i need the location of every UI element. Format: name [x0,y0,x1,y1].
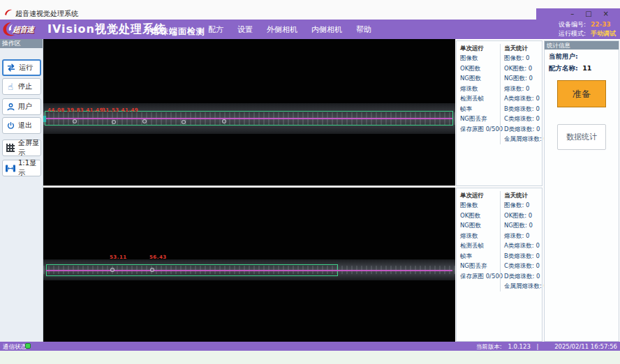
measurement-annotation: 56.43 [149,255,167,260]
today-stats-column: 当天统计 图像数: 0OK图数: 0NG图数: 0熔珠数: 0A类熔珠数: 0B… [500,191,542,291]
stat-row: 熔珠数: 0 [504,84,542,94]
bead-marker [110,268,115,272]
stat-row: 检测丢帧 [460,93,499,104]
prepare-button[interactable]: 准备 [557,80,606,107]
user-button[interactable]: 用户 [2,98,41,115]
stat-row: B类熔珠数: 0 [504,251,542,261]
user-button-label: 用户 [18,102,32,112]
device-number-label: 设备编号: [559,21,586,28]
seam-centerline [45,118,452,119]
stat-row: NG图丢弃 [460,114,499,124]
stat-row: B类熔珠数: 0 [504,104,542,114]
stat-row: A类熔珠数: 0 [504,241,542,251]
stat-row: 保存原图 0/500 [460,271,499,282]
stat-row: NG图数: 0 [504,220,542,231]
logo-text: 超音速 [13,24,34,35]
bead-marker [112,120,116,124]
sync-icon [6,63,17,73]
stat-row: C类熔珠数: 0 [504,261,542,271]
close-button[interactable]: × [603,8,609,20]
device-number-value: 22-33 [591,21,611,28]
menu-item[interactable]: 内侧相机 [311,24,342,35]
minimize-button[interactable]: – [570,8,574,20]
stat-row: 图像数 [460,200,499,211]
window-title: 超音速视觉处理系统 [15,9,78,19]
bead-marker [222,119,226,123]
stat-row: OK图数: 0 [504,63,542,74]
current-user-label: 当前用户: [549,52,578,60]
sidebar-title: 操作区 [0,39,43,48]
maximize-button[interactable]: □ [585,8,591,20]
bead-marker [142,119,147,123]
outer-camera-image-panel: 44.08 39.83 41.49 31.53 41.49 [43,39,455,186]
stop-button-label: 停止 [18,82,32,91]
app-title: IVision视觉处理系统 [47,22,166,37]
window-controls: – □ × [536,8,620,20]
menu-bar: 配方 设置 外侧相机 内侧相机 帮助 [208,20,371,39]
recipe-name-row: 配方名称: 11 [545,61,619,73]
recipe-name-value: 11 [582,64,591,72]
stat-row: C类熔珠数: 0 [504,114,542,124]
fullscreen-button-label: 全屏显示 [18,138,40,158]
single-run-column: 单次运行 图像数OK图数NG图数熔珠数检测丢帧帧率NG图丢弃保存原图 0/500 [460,44,499,134]
single-run-title: 单次运行 [460,191,499,200]
app-header: 超音速 IVision视觉处理系统 熔珠端面检测 配方 设置 外侧相机 内侧相机… [0,20,620,39]
run-mode-label: 运行模式: [559,30,586,37]
separator: | [537,343,539,350]
today-stats-column: 当天统计 图像数: 0OK图数: 0NG图数: 0熔珠数: 0A类熔珠数: 0B… [500,44,542,144]
measurement-annotation: 53.11 [110,255,127,260]
stat-row: 检测丢帧 [460,241,499,251]
app-window: 超音速视觉处理系统 – □ × 超音速 IVision视觉处理系统 熔珠端面检测… [0,0,620,364]
power-icon [5,121,16,130]
stat-row: NG图数 [460,73,499,84]
menu-item[interactable]: 外侧相机 [267,24,297,35]
stat-row: 保存原图 0/500 [460,124,499,135]
exit-button[interactable]: 退出 [2,117,41,134]
fullscreen-button[interactable]: 全屏显示 [2,139,41,156]
stat-row: 图像数: 0 [504,53,542,63]
exit-button-label: 退出 [18,121,32,130]
stat-row: 熔珠数: 0 [504,231,542,241]
version-value: 1.0.123 [508,343,530,350]
recipe-name-label: 配方名称: [549,64,578,72]
device-info: 设备编号: 22-33 运行模式: 手动调试 [559,20,616,38]
today-stats-title: 当天统计 [504,191,542,200]
bead-marker [182,120,186,124]
hand-icon: ☝ [5,82,16,91]
one-to-one-icon [5,163,16,173]
stats-panel-inner: 单次运行 图像数OK图数NG图数熔珠数检测丢帧帧率NG图丢弃保存原图 0/500… [456,188,542,342]
stat-row: 金属屑熔珠数: 0 [504,281,542,291]
brand-logo: 超音速 [1,20,45,38]
info-panel-title: 统计信息 [545,41,619,50]
stat-row: NG图丢弃 [460,261,499,271]
inner-camera-image-panel: 53.11 56.43 [43,188,455,342]
comm-status-indicator [25,343,31,349]
stop-button[interactable]: ☝ 停止 [2,78,41,95]
app-icon [4,8,13,17]
run-mode-row: 运行模式: 手动调试 [559,29,616,38]
menu-item[interactable]: 配方 [208,24,223,35]
bead-marker [73,119,77,123]
datetime-value: 2025/02/11 16:57:56 [554,343,617,350]
user-icon [5,102,16,112]
today-stats-title: 当天统计 [504,44,542,53]
stat-row: 帧率 [460,104,499,114]
run-button[interactable]: 运行 [2,59,41,76]
edge-marker [43,116,46,122]
status-bar: 通信状态: 当前版本: 1.0.123 | 2025/02/11 16:57:5… [0,342,620,351]
stat-row: 图像数: 0 [504,200,542,211]
seam-centerline [46,270,452,271]
stat-row: OK图数: 0 [504,211,542,221]
menu-item[interactable]: 设置 [237,24,253,35]
data-statistics-button[interactable]: 数据统计 [557,124,606,150]
stat-row: NG图数 [460,220,499,231]
stat-row: 图像数 [460,53,499,63]
stat-row: 金属屑熔珠数: 0 [504,134,542,144]
one-to-one-button[interactable]: 1:1显示 [2,160,41,176]
current-user-row: 当前用户: [545,50,619,61]
weld-bead-strip [43,259,455,280]
menu-item[interactable]: 帮助 [356,24,371,35]
operation-sidebar: 操作区 运行 ☝ 停止 用户 [0,39,43,342]
titlebar: 超音速视觉处理系统 – □ × [0,0,620,20]
run-mode-value: 手动调试 [591,30,616,37]
